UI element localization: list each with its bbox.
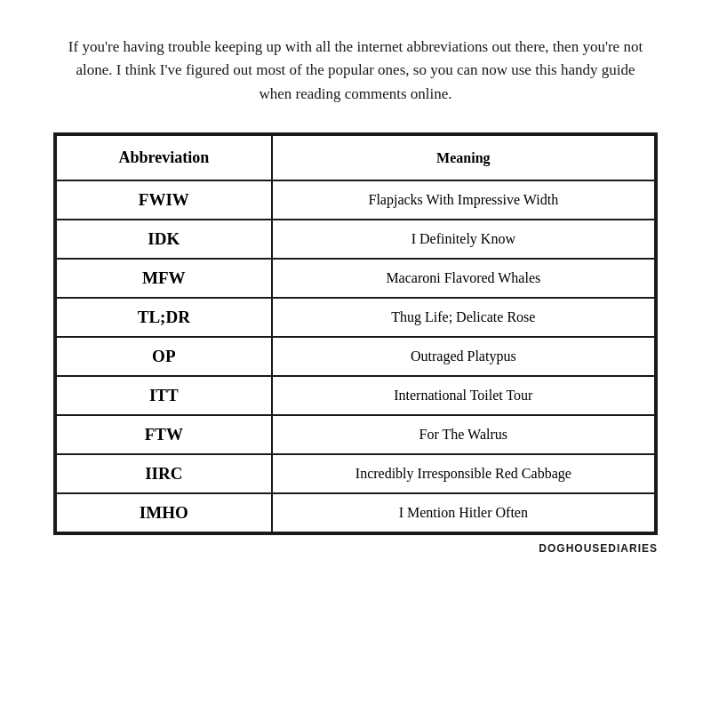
cell-meaning: Outraged Platypus (272, 337, 655, 376)
table-row: IIRCIncredibly Irresponsible Red Cabbage (56, 454, 655, 493)
cell-meaning: Flapjacks With Impressive Width (272, 180, 655, 220)
table-row: FTWFor The Walrus (56, 415, 655, 454)
cell-abbreviation: IIRC (56, 454, 272, 493)
header-meaning: Meaning (272, 135, 655, 180)
cell-meaning: Macaroni Flavored Whales (272, 259, 655, 298)
cell-meaning: International Toilet Tour (272, 376, 655, 415)
table-row: MFWMacaroni Flavored Whales (56, 259, 655, 298)
cell-abbreviation: ITT (56, 376, 272, 415)
cell-abbreviation: TL;DR (56, 298, 272, 337)
table-header-row: Abbreviation Meaning (56, 135, 655, 180)
intro-paragraph: If you're having trouble keeping up with… (62, 36, 649, 106)
cell-meaning: I Mention Hitler Often (272, 493, 655, 532)
table-row: IDKI Definitely Know (56, 220, 655, 259)
abbreviations-table: Abbreviation Meaning FWIWFlapjacks With … (55, 134, 656, 533)
table-row: FWIWFlapjacks With Impressive Width (56, 180, 655, 220)
cell-abbreviation: FWIW (56, 180, 272, 220)
table-row: IMHOI Mention Hitler Often (56, 493, 655, 532)
cell-abbreviation: IDK (56, 220, 272, 259)
cell-meaning: For The Walrus (272, 415, 655, 454)
cell-meaning: I Definitely Know (272, 220, 655, 259)
table-row: TL;DRThug Life; Delicate Rose (56, 298, 655, 337)
header-abbreviation: Abbreviation (56, 135, 272, 180)
cell-abbreviation: MFW (56, 259, 272, 298)
abbreviations-table-wrapper: Abbreviation Meaning FWIWFlapjacks With … (53, 132, 658, 535)
cell-abbreviation: FTW (56, 415, 272, 454)
cell-abbreviation: IMHO (56, 493, 272, 532)
cell-meaning: Incredibly Irresponsible Red Cabbage (272, 454, 655, 493)
footer-brand: DOGHOUSEDIARIES (53, 542, 658, 555)
table-row: OPOutraged Platypus (56, 337, 655, 376)
table-row: ITTInternational Toilet Tour (56, 376, 655, 415)
cell-abbreviation: OP (56, 337, 272, 376)
cell-meaning: Thug Life; Delicate Rose (272, 298, 655, 337)
